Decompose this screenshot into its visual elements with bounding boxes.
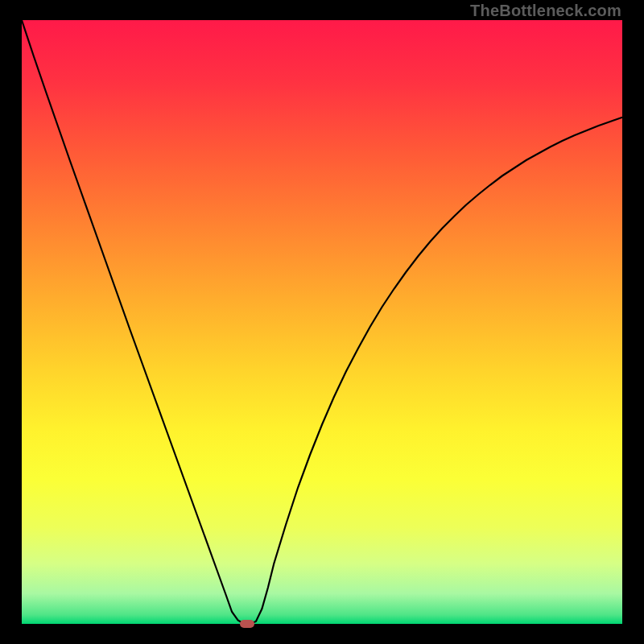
plot-area: [22, 20, 622, 624]
bottleneck-curve: [22, 20, 622, 624]
chart-frame: TheBottleneck.com: [0, 0, 644, 644]
minimum-marker: [240, 620, 254, 628]
watermark-text: TheBottleneck.com: [470, 2, 621, 20]
